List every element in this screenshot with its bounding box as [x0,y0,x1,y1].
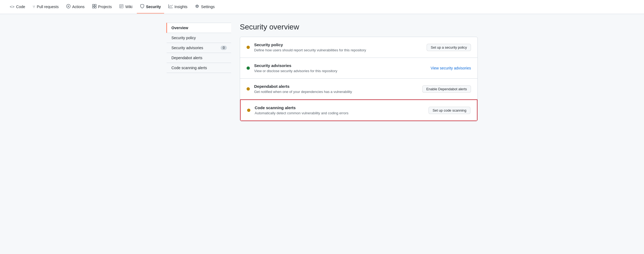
code-scanning-alerts-card: Code scanning alerts Automatically detec… [240,99,477,121]
code-icon: <> [10,4,15,9]
nav-settings[interactable]: Settings [192,0,218,14]
status-dot-yellow-dependabot [247,87,250,91]
card-desc-dependabot: Get notified when one of your dependenci… [254,90,418,94]
setup-security-policy-button[interactable]: Set up a security policy [427,44,471,51]
settings-icon [195,4,199,9]
svg-rect-2 [92,4,94,6]
nav-projects[interactable]: Projects [89,0,115,14]
top-navigation: <> Code ⑂ Pull requests Actions Projects… [0,0,644,14]
card-info-code-scanning: Code scanning alerts Automatically detec… [255,105,424,115]
wiki-icon [119,4,124,9]
card-title-dependabot: Dependabot alerts [254,84,418,89]
actions-icon [66,4,71,9]
svg-marker-1 [68,5,69,7]
card-info-security-advisories: Security advisories View or disclose sec… [254,63,426,73]
nav-pull-requests[interactable]: ⑂ Pull requests [29,1,62,13]
card-desc-security-policy: Define how users should report security … [254,48,422,52]
nav-code[interactable]: <> Code [6,1,28,13]
nav-wiki[interactable]: Wiki [116,0,135,14]
advisories-badge: 0 [221,46,227,50]
pull-request-icon: ⑂ [33,4,35,9]
view-security-advisories-link[interactable]: View security advisories [431,66,471,70]
dependabot-alerts-card: Dependabot alerts Get notified when one … [240,79,477,99]
card-title-security-policy: Security policy [254,42,422,47]
enable-dependabot-button[interactable]: Enable Dependabot alerts [422,85,471,93]
card-desc-security-advisories: View or disclose security advisories for… [254,69,426,73]
card-action-code-scanning: Set up code scanning [429,107,470,114]
page-body: Overview Security policy Security adviso… [160,23,484,121]
sidebar: Overview Security policy Security adviso… [166,23,231,121]
status-dot-yellow-code-scanning [247,109,250,112]
card-action-security-policy: Set up a security policy [427,44,471,51]
sidebar-item-dependabot-alerts[interactable]: Dependabot alerts [166,53,231,63]
sidebar-item-code-scanning-alerts[interactable]: Code scanning alerts [166,63,231,73]
security-policy-card: Security policy Define how users should … [240,37,477,58]
nav-actions[interactable]: Actions [63,0,88,14]
card-action-dependabot: Enable Dependabot alerts [422,85,471,93]
card-info-dependabot: Dependabot alerts Get notified when one … [254,84,418,94]
sidebar-item-security-advisories[interactable]: Security advisories 0 [166,43,231,53]
main-content: Security overview Security policy Define… [240,23,478,121]
status-dot-green [247,66,250,70]
card-action-security-advisories: View security advisories [431,66,471,70]
projects-icon [92,4,97,9]
sidebar-item-security-policy[interactable]: Security policy [166,33,231,43]
card-title-code-scanning: Code scanning alerts [255,105,424,110]
nav-insights[interactable]: Insights [165,0,191,14]
card-title-security-advisories: Security advisories [254,63,426,68]
card-info-security-policy: Security policy Define how users should … [254,42,422,52]
setup-code-scanning-button[interactable]: Set up code scanning [429,107,470,114]
card-desc-code-scanning: Automatically detect common vulnerabilit… [255,111,424,115]
page-title: Security overview [240,23,478,31]
security-advisories-card: Security advisories View or disclose sec… [240,58,477,79]
svg-rect-5 [95,6,96,8]
nav-security[interactable]: Security [137,0,164,14]
security-cards-container: Security policy Define how users should … [240,37,478,121]
insights-icon [168,4,173,9]
sidebar-item-overview[interactable]: Overview [166,23,231,33]
svg-rect-4 [92,6,94,8]
security-icon [140,4,144,9]
status-dot-yellow [247,46,250,49]
svg-rect-3 [95,4,96,6]
